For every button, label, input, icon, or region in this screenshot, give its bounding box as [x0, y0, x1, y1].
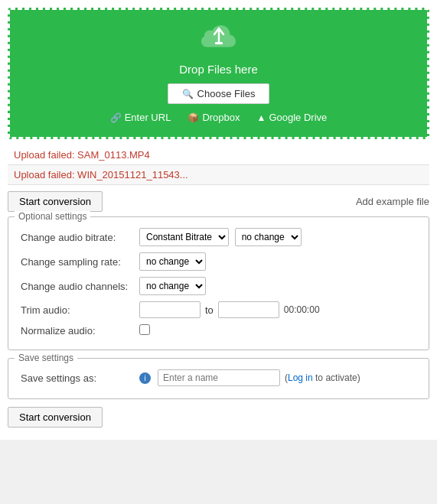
trim-start-input[interactable]	[139, 301, 201, 318]
sampling-rate-label: Change sampling rate:	[18, 249, 136, 274]
add-example-link[interactable]: Add example file	[356, 196, 429, 207]
channels-controls: no change 1 (Mono) 2 (Stereo)	[136, 274, 419, 298]
optional-settings-box: Optional settings Change audio bitrate: …	[8, 216, 429, 350]
save-settings-table: Save settings as: i (Log in to activate)	[18, 366, 419, 389]
audio-bitrate-label: Change audio bitrate:	[18, 225, 136, 249]
upload-error-1: Upload failed: SAM_0113.MP4	[8, 145, 429, 165]
save-row-content: i (Log in to activate)	[139, 369, 416, 386]
search-icon: 🔍	[182, 89, 194, 99]
google-drive-icon: ▲	[257, 112, 266, 123]
normalize-row: Normalize audio:	[18, 321, 419, 340]
save-settings-controls: i (Log in to activate)	[136, 366, 419, 389]
optional-settings-legend: Optional settings	[15, 211, 90, 222]
audio-bitrate-controls: Constant Bitrate Variable Bitrate no cha…	[136, 225, 419, 249]
trim-controls: to 00:00:00	[136, 298, 419, 321]
login-activate-text: (Log in to activate)	[285, 372, 360, 383]
drop-text: Drop Files here	[18, 63, 419, 76]
enter-url-link[interactable]: 🔗 Enter URL	[110, 112, 171, 123]
save-settings-label: Save settings as:	[18, 366, 136, 389]
trim-end-input[interactable]	[218, 301, 279, 318]
save-settings-legend: Save settings	[15, 353, 77, 363]
info-icon[interactable]: i	[139, 372, 151, 384]
page-wrapper: Drop Files here 🔍 Choose Files 🔗 Enter U…	[0, 0, 437, 440]
trim-time-display: 00:00:00	[284, 304, 320, 315]
sampling-rate-controls: no change 22050 Hz 44100 Hz 48000 Hz	[136, 249, 419, 274]
dropbox-icon: 📦	[188, 112, 199, 123]
bottom-action-row: Start conversion	[8, 407, 429, 432]
dropbox-link[interactable]: 📦 Dropbox	[188, 112, 240, 123]
trim-row: Trim audio: to 00:00:00	[18, 298, 419, 321]
normalize-controls	[136, 321, 419, 340]
google-drive-link[interactable]: ▲ Google Drive	[257, 112, 328, 123]
login-link[interactable]: Log in	[288, 372, 313, 383]
save-settings-row: Save settings as: i (Log in to activate)	[18, 366, 419, 389]
dropbox-label: Dropbox	[202, 112, 240, 123]
channels-label: Change audio channels:	[18, 274, 136, 298]
settings-table: Change audio bitrate: Constant Bitrate V…	[18, 225, 419, 340]
trim-inputs: to 00:00:00	[139, 301, 416, 318]
sampling-rate-row: Change sampling rate: no change 22050 Hz…	[18, 249, 419, 274]
enter-url-label: Enter URL	[125, 112, 171, 123]
drop-zone[interactable]: Drop Files here 🔍 Choose Files 🔗 Enter U…	[8, 8, 429, 139]
cloud-upload-icon	[18, 24, 419, 58]
channels-select[interactable]: no change 1 (Mono) 2 (Stereo)	[139, 277, 206, 295]
svg-rect-1	[215, 42, 223, 44]
trim-label: Trim audio:	[18, 298, 136, 321]
audio-bitrate-type-select[interactable]: Constant Bitrate Variable Bitrate	[139, 228, 229, 246]
audio-bitrate-value-select[interactable]: no change 64k 128k 192k 256k 320k	[235, 228, 302, 246]
sampling-rate-select[interactable]: no change 22050 Hz 44100 Hz 48000 Hz	[139, 252, 206, 271]
drop-links: 🔗 Enter URL 📦 Dropbox ▲ Google Drive	[18, 112, 419, 123]
normalize-label: Normalize audio:	[18, 321, 136, 340]
normalize-checkbox[interactable]	[139, 324, 150, 335]
start-conversion-button-bottom[interactable]: Start conversion	[8, 407, 103, 428]
choose-files-button[interactable]: 🔍 Choose Files	[168, 83, 270, 104]
channels-row: Change audio channels: no change 1 (Mono…	[18, 274, 419, 298]
upload-error-2: Upload failed: WIN_20151121_11543...	[8, 165, 429, 185]
save-name-input[interactable]	[158, 369, 280, 386]
save-settings-box: Save settings Save settings as: i (Log i…	[8, 358, 429, 399]
trim-to-label: to	[205, 304, 214, 316]
link-icon: 🔗	[110, 112, 122, 123]
choose-files-label: Choose Files	[197, 88, 256, 99]
audio-bitrate-row: Change audio bitrate: Constant Bitrate V…	[18, 225, 419, 249]
start-conversion-button-top[interactable]: Start conversion	[8, 191, 103, 212]
google-drive-label: Google Drive	[269, 112, 327, 123]
